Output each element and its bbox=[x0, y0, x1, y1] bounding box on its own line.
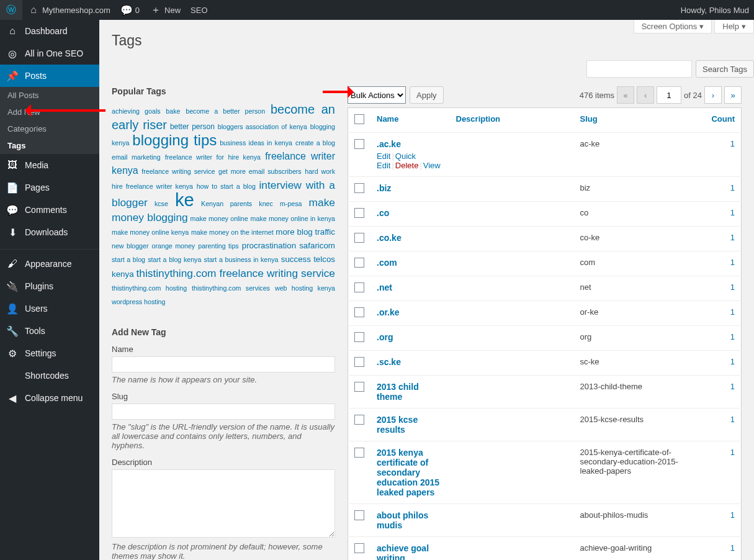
tag-count-link[interactable]: 1 bbox=[730, 282, 735, 292]
apply-button[interactable]: Apply bbox=[410, 86, 444, 104]
prev-page-button[interactable]: ‹ bbox=[637, 86, 654, 104]
tag-cloud-link[interactable]: email marketing bbox=[112, 153, 161, 161]
menu-media[interactable]: 🖼Media bbox=[0, 154, 99, 176]
wp-logo-icon[interactable]: ⓦ bbox=[0, 0, 22, 20]
tag-cloud-link[interactable]: become a better person bbox=[186, 107, 265, 115]
menu-appearance[interactable]: 🖌Appearance bbox=[0, 253, 99, 275]
tag-count-link[interactable]: 1 bbox=[730, 332, 735, 341]
tag-cloud-link[interactable]: make money online bbox=[191, 215, 248, 222]
description-textarea[interactable] bbox=[112, 469, 335, 538]
tag-name-link[interactable]: 2013 child theme bbox=[377, 382, 419, 402]
tag-name-link[interactable]: achieve goal writing bbox=[377, 543, 429, 560]
tag-name-link[interactable]: .com bbox=[377, 258, 397, 268]
tag-name-link[interactable]: .sc.ke bbox=[377, 357, 401, 367]
tag-cloud-link[interactable]: business ideas in kenya bbox=[220, 139, 292, 147]
name-input[interactable] bbox=[112, 356, 335, 373]
row-checkbox[interactable] bbox=[354, 510, 364, 520]
tag-cloud-link[interactable]: make money online kenya bbox=[112, 228, 189, 236]
menu-settings[interactable]: ⚙Settings bbox=[0, 342, 99, 364]
view-link[interactable]: View bbox=[423, 161, 441, 170]
tag-cloud-link[interactable]: Kenyan parents bbox=[201, 200, 252, 207]
tag-cloud-link[interactable]: thistinything.com hosting bbox=[112, 284, 187, 292]
menu-dashboard[interactable]: ⌂Dashboard bbox=[0, 20, 99, 42]
menu-downloads[interactable]: ⬇Downloads bbox=[0, 221, 99, 243]
site-link[interactable]: ⌂Mythemeshop.com bbox=[22, 0, 115, 20]
page-input[interactable] bbox=[657, 86, 681, 104]
tag-cloud-link[interactable]: better person bbox=[170, 122, 215, 131]
menu-collapse-menu[interactable]: ◀Collapse menu bbox=[0, 387, 99, 409]
select-all-checkbox[interactable] bbox=[354, 114, 364, 124]
tag-count-link[interactable]: 1 bbox=[730, 258, 735, 267]
row-checkbox[interactable] bbox=[354, 332, 364, 342]
next-page-button[interactable]: › bbox=[704, 86, 722, 104]
tag-cloud-link[interactable]: new blogger bbox=[112, 242, 149, 250]
tag-cloud-link[interactable]: make money online in kenya bbox=[251, 215, 335, 222]
tag-cloud-link[interactable]: freelance writing service bbox=[141, 168, 215, 175]
search-input[interactable] bbox=[586, 60, 692, 78]
col-name[interactable]: Name bbox=[377, 114, 398, 124]
row-checkbox[interactable] bbox=[354, 357, 364, 367]
tag-count-link[interactable]: 1 bbox=[730, 139, 735, 148]
menu-comments[interactable]: 💬Comments bbox=[0, 199, 99, 221]
row-checkbox[interactable] bbox=[354, 415, 364, 425]
tag-count-link[interactable]: 1 bbox=[730, 448, 735, 457]
tag-cloud-link[interactable]: hard work bbox=[305, 168, 335, 175]
first-page-button[interactable]: « bbox=[617, 86, 634, 104]
tag-name-link[interactable]: .or.ke bbox=[377, 307, 400, 317]
tag-cloud-link[interactable]: start a blog bbox=[112, 256, 145, 263]
tag-name-link[interactable]: .biz bbox=[377, 183, 391, 193]
tag-cloud-link[interactable]: knec bbox=[259, 200, 273, 207]
tag-cloud-link[interactable]: bake bbox=[166, 107, 180, 115]
edit-link[interactable]: Edit bbox=[377, 151, 390, 161]
slug-input[interactable] bbox=[112, 404, 335, 420]
tag-name-link[interactable]: .co bbox=[377, 208, 389, 218]
tag-cloud-link[interactable]: make money on the internet bbox=[191, 228, 274, 236]
row-checkbox[interactable] bbox=[354, 183, 364, 193]
menu-pages[interactable]: 📄Pages bbox=[0, 176, 99, 199]
menu-posts[interactable]: 📌Posts bbox=[0, 65, 99, 87]
tag-cloud-link[interactable]: thistinything.com services bbox=[192, 284, 270, 292]
tag-cloud-link[interactable]: m-pesa bbox=[280, 200, 302, 207]
tag-count-link[interactable]: 1 bbox=[730, 357, 735, 366]
menu-plugins[interactable]: 🔌Plugins bbox=[0, 275, 99, 297]
tag-count-link[interactable]: 1 bbox=[730, 543, 735, 553]
tag-cloud-link[interactable]: success bbox=[281, 255, 311, 264]
tag-cloud-link[interactable]: how to start a blog bbox=[197, 183, 256, 190]
seo-link[interactable]: SEO bbox=[186, 0, 212, 20]
tag-name-link[interactable]: .co.ke bbox=[377, 233, 402, 243]
menu-shortcodes[interactable]: Shortcodes bbox=[0, 364, 99, 387]
tag-cloud-link[interactable]: get more email subscribers bbox=[218, 168, 302, 175]
col-slug[interactable]: Slug bbox=[580, 114, 598, 124]
tag-cloud-link[interactable]: safaricom bbox=[299, 241, 335, 250]
row-checkbox[interactable] bbox=[354, 382, 364, 392]
tag-cloud-link[interactable]: wordpress hosting bbox=[112, 298, 165, 305]
howdy-link[interactable]: Howdy, Philos Mud bbox=[676, 0, 754, 20]
tag-count-link[interactable]: 1 bbox=[730, 307, 735, 317]
tag-cloud-link[interactable]: orange money bbox=[152, 242, 195, 250]
tag-cloud-link[interactable]: create a blog bbox=[295, 139, 335, 147]
tag-count-link[interactable]: 1 bbox=[730, 382, 735, 391]
row-checkbox[interactable] bbox=[354, 307, 364, 317]
help-tab[interactable]: Help ▾ bbox=[714, 20, 754, 34]
row-checkbox[interactable] bbox=[354, 282, 364, 292]
tag-cloud-link[interactable]: achieving goals bbox=[112, 107, 161, 115]
tag-count-link[interactable]: 1 bbox=[730, 208, 735, 217]
new-link[interactable]: ＋New bbox=[145, 0, 186, 20]
menu-all-in-one-seo[interactable]: ◎All in One SEO bbox=[0, 42, 99, 65]
tag-count-link[interactable]: 1 bbox=[730, 510, 735, 520]
tag-name-link[interactable]: .net bbox=[377, 282, 392, 292]
comments-link[interactable]: 💬0 bbox=[115, 0, 145, 20]
col-description[interactable]: Description bbox=[456, 114, 501, 124]
tag-cloud-link[interactable]: start a blog kenya bbox=[148, 256, 201, 263]
row-checkbox[interactable] bbox=[354, 208, 364, 218]
row-checkbox[interactable] bbox=[354, 233, 364, 243]
tag-cloud-link[interactable]: procrastination bbox=[242, 241, 296, 250]
tag-cloud-link[interactable]: freelance writer for hire kenya bbox=[165, 153, 261, 161]
tag-name-link[interactable]: about philos mudis bbox=[377, 510, 428, 530]
tag-count-link[interactable]: 1 bbox=[730, 415, 735, 424]
delete-link[interactable]: Delete bbox=[395, 161, 419, 170]
tag-cloud-link[interactable]: ke bbox=[175, 189, 194, 210]
menu-users[interactable]: 👤Users bbox=[0, 297, 99, 320]
tag-count-link[interactable]: 1 bbox=[730, 183, 735, 192]
tag-cloud-link[interactable]: bloggers association of kenya bbox=[218, 123, 307, 130]
